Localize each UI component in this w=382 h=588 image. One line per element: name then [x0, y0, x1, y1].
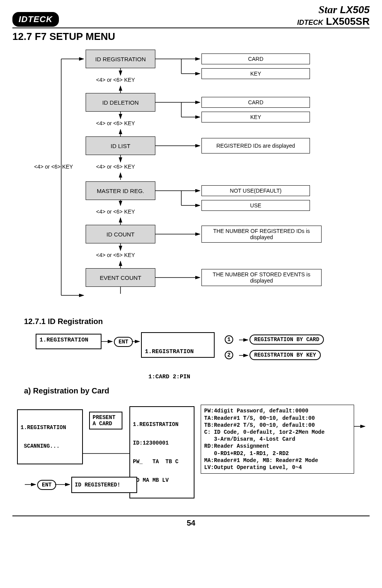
lcd-line: ID:12300001 [133, 440, 191, 446]
product-model-1: LX505 [340, 4, 370, 16]
lcd-screen: 1.REGISTRATION [36, 334, 102, 349]
lcd-screen-registered: ID REGISTERED! [71, 477, 137, 493]
menu-flow-diagram: ID REGISTRATION ID DELETION ID LIST MAST… [26, 50, 356, 309]
nav-key-label: <4> or <6> KEY [96, 252, 135, 258]
nav-key-label: <4> or <6> KEY [96, 120, 135, 126]
nav-key-label: <4> or <6> KEY [96, 209, 135, 215]
field-definitions-panel: PW:4digit Password, default:0000 TA:Read… [201, 405, 354, 474]
out-key: KEY [201, 112, 310, 122]
menu-id-registration: ID REGISTRATION [86, 50, 155, 68]
nav-cycle-label: <4> or <6> KEY [34, 164, 73, 170]
product-model-2: LX505SR [326, 16, 370, 27]
ent-key: ENT [114, 337, 133, 347]
lcd-screen-scanning: 1.REGISTRATION SCANNING... [17, 409, 83, 464]
lcd-screen-id-entry: 1.REGISTRATION ID:12300001 PW_ TA TB C R… [129, 406, 194, 498]
brand-logo-left: IDTECK [12, 12, 59, 27]
product-prefix: Star [318, 3, 337, 16]
menu-event-count: EVENT COUNT [86, 268, 155, 287]
lcd-line: 1:CARD 2:PIN [145, 374, 211, 380]
registration-flow-diagram: 1.REGISTRATION ENT 1.REGISTRATION 1:CARD… [24, 332, 373, 371]
out-card: CARD [201, 97, 310, 108]
prompt-present-card: PRESENT A CARD [89, 412, 122, 429]
page-header: IDTECK Star LX505 IDTECK LX505SR [12, 4, 370, 28]
option-registration-by-card: REGISTRATION BY CARD [250, 335, 324, 345]
out-key: KEY [201, 68, 310, 79]
nav-key-label: <4> or <6> KEY [96, 77, 135, 83]
lcd-line: 1.REGISTRATION [21, 424, 79, 431]
page-number: 54 [187, 519, 195, 527]
subsection-heading: 12.7.1 ID Registration [24, 317, 370, 326]
out-card: CARD [201, 53, 310, 64]
lcd-line: RD MA MB LV [133, 477, 191, 483]
menu-id-list: ID LIST [86, 136, 155, 155]
page-footer: 54 [12, 516, 370, 528]
registration-by-card-diagram: 1.REGISTRATION SCANNING... PRESENT A CAR… [13, 403, 370, 504]
nav-key-label: <4> or <6> KEY [96, 164, 135, 170]
section-heading: 12.7 F7 SETUP MENU [12, 31, 370, 43]
brand-logo-right: Star LX505 IDTECK LX505SR [297, 4, 370, 27]
ent-key: ENT [37, 480, 56, 490]
lcd-line: SCANNING... [21, 443, 79, 449]
out-use: USE [201, 200, 310, 211]
out-not-use: NOT USE(DEFAULT) [201, 185, 310, 196]
menu-id-count: ID COUNT [86, 225, 155, 243]
menu-master-id-reg: MASTER ID REG. [86, 181, 155, 200]
brand-small: IDTECK [297, 19, 323, 26]
lcd-screen: 1.REGISTRATION 1:CARD 2:PIN [141, 332, 215, 358]
out-id-list: REGISTERED IDs are displayed [201, 138, 310, 153]
lcd-line: 1.REGISTRATION [133, 421, 191, 428]
lcd-line: PW_ TA TB C [133, 459, 191, 465]
option-registration-by-key: REGISTRATION BY KEY [250, 350, 321, 360]
menu-id-deletion: ID DELETION [86, 93, 155, 112]
lcd-line: 1.REGISTRATION [145, 348, 211, 355]
out-id-count: THE NUMBER OF REGISTERED IDs is displaye… [201, 226, 322, 243]
out-event-count: THE NUMBER OF STORED EVENTS is displayed [201, 269, 322, 286]
